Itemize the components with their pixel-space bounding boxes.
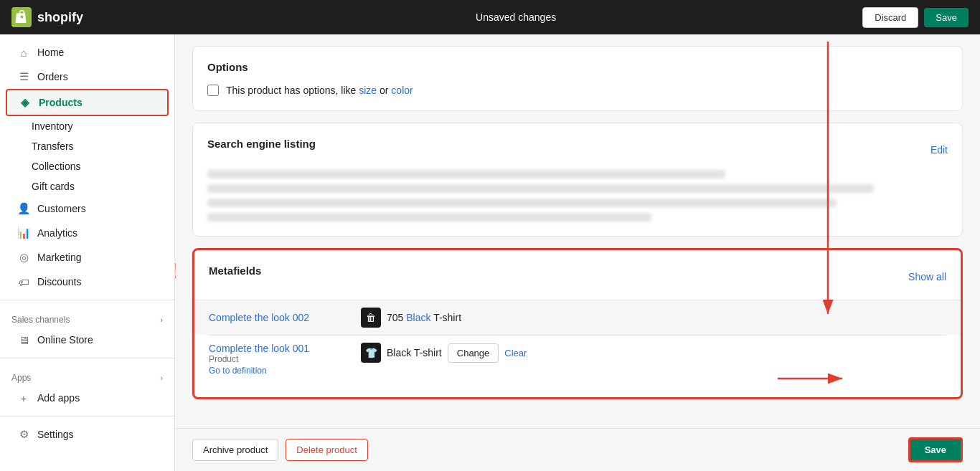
add-apps-icon: + [17, 391, 30, 404]
metafield-1-tshirt: T-shirt [433, 312, 461, 323]
metafield-2-icon: 👕 [361, 343, 381, 363]
metafields-card: Metafields Show all Complete the look 00… [192, 248, 963, 399]
metafields-title: Metafields [209, 265, 261, 277]
seo-card-title: Search engine listing [207, 138, 316, 150]
seo-blur-line-1 [207, 170, 725, 179]
metafield-1-product-name: 705 Black T-shirt [387, 312, 461, 323]
home-icon: ⌂ [17, 46, 30, 59]
sales-channels-chevron: › [160, 315, 163, 324]
sidebar-item-giftcards[interactable]: Gift cards [0, 176, 174, 196]
sidebar-item-add-apps[interactable]: + Add apps [6, 386, 169, 410]
sidebar-item-collections[interactable]: Collections [0, 156, 174, 176]
metafield-2-actions: 👕 Black T-shirt Change Clear [361, 343, 946, 363]
metafield-2-product-name: Black T-shirt [387, 347, 442, 358]
metafield-1-icon: 🗑 [361, 308, 381, 328]
shopify-bag-icon [11, 7, 32, 27]
discounts-icon: 🏷 [17, 275, 30, 288]
size-link[interactable]: size [359, 85, 377, 96]
sidebar-item-online-store[interactable]: 🖥 Online Store [6, 328, 169, 352]
sidebar-item-settings[interactable]: ⚙ Settings [6, 422, 169, 447]
topbar-actions: Discard Save [862, 7, 969, 28]
options-checkbox-row: This product has options, like size or c… [207, 85, 948, 96]
save-bottom-button[interactable]: Save [908, 437, 963, 462]
marketing-icon: ◎ [17, 251, 30, 264]
sidebar-add-apps-label: Add apps [37, 392, 80, 404]
sidebar-item-products[interactable]: ◈ Products [6, 89, 169, 116]
sidebar-analytics-label: Analytics [37, 227, 77, 239]
discard-button[interactable]: Discard [862, 7, 918, 28]
sidebar-customers-label: Customers [37, 203, 86, 214]
sidebar-item-customers[interactable]: 👤 Customers [6, 196, 169, 221]
sidebar-giftcards-label: Gift cards [32, 181, 75, 192]
metafields-header: Metafields Show all [209, 265, 946, 288]
options-checkbox-label: This product has options, like size or c… [226, 85, 413, 96]
apps-label: Apps [11, 373, 31, 383]
sidebar-transfers-label: Transfers [32, 141, 74, 152]
logo: shopify [11, 7, 169, 27]
apps-section: Apps › [0, 364, 174, 386]
sidebar-products-label: Products [39, 97, 83, 108]
metafield-1-label[interactable]: Complete the look 002 [209, 312, 352, 323]
sidebar-divider-2 [0, 358, 174, 358]
customers-icon: 👤 [17, 202, 30, 215]
goto-definition-link[interactable]: Go to definition [209, 366, 352, 376]
sidebar: ⌂ Home ☰ Orders ◈ Products Inventory Tra… [0, 34, 175, 471]
sidebar-item-transfers[interactable]: Transfers [0, 136, 174, 156]
sidebar-online-store-label: Online Store [37, 334, 93, 346]
sales-channels-label: Sales channels [11, 315, 70, 325]
metafield-row-1: Complete the look 002 🗑 705 Black T-shir… [194, 300, 961, 335]
seo-edit-link[interactable]: Edit [930, 144, 948, 156]
sidebar-collections-label: Collections [32, 161, 80, 172]
apps-chevron: › [160, 374, 163, 382]
logo-text: shopify [37, 10, 83, 25]
delete-button[interactable]: Delete product [286, 439, 368, 461]
metafield-1-black-link[interactable]: Black [406, 312, 430, 323]
seo-blur-line-2 [207, 184, 874, 193]
seo-card-header: Search engine listing Edit [207, 138, 948, 161]
metafield-row-2: Complete the look 001 Product Go to defi… [209, 335, 946, 383]
sidebar-orders-label: Orders [37, 71, 68, 82]
options-card: Options This product has options, like s… [192, 46, 963, 111]
options-checkbox[interactable] [207, 85, 219, 96]
seo-blur-line-4 [207, 213, 651, 222]
sidebar-home-label: Home [37, 47, 64, 58]
options-card-title: Options [207, 61, 948, 73]
color-link[interactable]: color [391, 85, 413, 96]
main-content: Options This product has options, like s… [175, 34, 980, 428]
sidebar-discounts-label: Discounts [37, 276, 81, 287]
bottom-left-actions: Archive product Delete product [192, 439, 368, 461]
show-all-link[interactable]: Show all [908, 271, 946, 282]
topbar: shopify Unsaved changes Discard Save [0, 0, 980, 34]
save-top-button[interactable]: Save [924, 8, 969, 27]
topbar-title: Unsaved changes [169, 11, 862, 23]
sidebar-divider-1 [0, 300, 174, 300]
metafield-2-type: Product [209, 354, 352, 364]
archive-button[interactable]: Archive product [192, 439, 278, 461]
products-icon: ◈ [19, 96, 32, 109]
metafield-1-value: 🗑 705 Black T-shirt [361, 308, 946, 328]
sidebar-item-home[interactable]: ⌂ Home [6, 40, 169, 65]
seo-blur-lines [207, 170, 948, 222]
sidebar-item-inventory[interactable]: Inventory [0, 116, 174, 136]
metafield-2-info: Complete the look 001 Product Go to defi… [209, 343, 352, 376]
settings-icon: ⚙ [17, 428, 30, 441]
sidebar-settings-label: Settings [37, 429, 74, 440]
sidebar-item-analytics[interactable]: 📊 Analytics [6, 221, 169, 245]
bottom-bar: Archive product Delete product Save [175, 428, 980, 471]
clear-button[interactable]: Clear [504, 348, 527, 358]
sidebar-item-discounts[interactable]: 🏷 Discounts [6, 270, 169, 294]
sidebar-marketing-label: Marketing [37, 252, 81, 263]
online-store-icon: 🖥 [17, 333, 30, 346]
sales-channels-section: Sales channels › [0, 306, 174, 328]
metafield-2-name[interactable]: Complete the look 001 [209, 343, 352, 354]
layout: ⌂ Home ☰ Orders ◈ Products Inventory Tra… [0, 34, 980, 471]
seo-blur-line-3 [207, 199, 837, 207]
sidebar-divider-3 [0, 416, 174, 417]
sidebar-item-orders[interactable]: ☰ Orders [6, 65, 169, 89]
sidebar-item-marketing[interactable]: ◎ Marketing [6, 245, 169, 270]
change-button[interactable]: Change [448, 343, 499, 363]
orders-icon: ☰ [17, 70, 30, 83]
seo-card: Search engine listing Edit [192, 123, 963, 237]
analytics-icon: 📊 [17, 227, 30, 239]
sidebar-inventory-label: Inventory [32, 120, 73, 132]
